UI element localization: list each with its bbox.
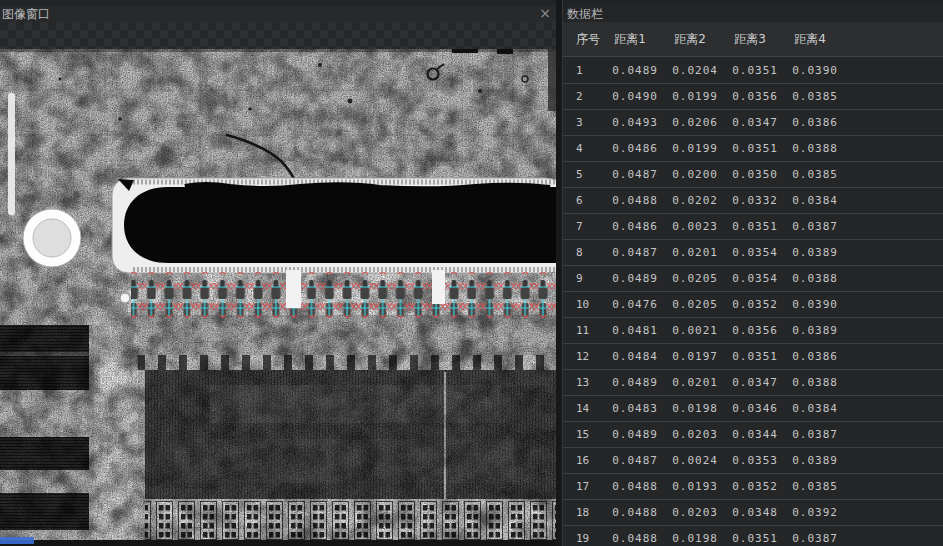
close-icon[interactable]: × xyxy=(538,5,552,21)
row-index-cell: 4 xyxy=(563,142,609,155)
row-index-cell: 12 xyxy=(563,350,609,363)
table-row[interactable]: 110.04810.00210.03560.0389 xyxy=(563,317,943,343)
table-row[interactable]: 80.04870.02010.03540.0389 xyxy=(563,239,943,265)
table-header-row: 序号距离1距离2距离3距离4 xyxy=(563,22,943,57)
distance-cell: 0.0481 xyxy=(609,324,658,337)
data-bar-panel: 数据栏 序号距离1距离2距离3距离4 10.04890.02040.03510.… xyxy=(562,0,943,546)
table-body: 10.04890.02040.03510.039020.04900.01990.… xyxy=(563,57,943,546)
distance-cell: 0.0351 xyxy=(718,350,778,363)
table-row[interactable]: 170.04880.01930.03520.0385 xyxy=(563,473,943,499)
row-index-cell: 3 xyxy=(563,116,609,129)
inspection-image xyxy=(0,49,556,546)
row-index-cell: 1 xyxy=(563,64,609,77)
distance-cell: 0.0199 xyxy=(658,142,718,155)
distance-cell: 0.0354 xyxy=(718,246,778,259)
distance-cell: 0.0024 xyxy=(658,454,718,467)
distance-cell: 0.0487 xyxy=(609,246,658,259)
distance-cell: 0.0386 xyxy=(778,350,838,363)
distance-cell: 0.0387 xyxy=(778,428,838,441)
distance-cell: 0.0198 xyxy=(658,402,718,415)
distance-cell: 0.0385 xyxy=(778,90,838,103)
column-header-distance4: 距离4 xyxy=(778,31,838,48)
distance-cell: 0.0332 xyxy=(718,194,778,207)
distance-cell: 0.0487 xyxy=(609,168,658,181)
table-row[interactable]: 120.04840.01970.03510.0386 xyxy=(563,343,943,369)
distance-cell: 0.0389 xyxy=(778,454,838,467)
row-index-cell: 18 xyxy=(563,506,609,519)
distance-cell: 0.0204 xyxy=(658,64,718,77)
distance-cell: 0.0488 xyxy=(609,480,658,493)
row-index-cell: 2 xyxy=(563,90,609,103)
distance-cell: 0.0488 xyxy=(609,532,658,545)
table-row[interactable]: 10.04890.02040.03510.0390 xyxy=(563,57,943,83)
distance-cell: 0.0489 xyxy=(609,64,658,77)
distance-cell: 0.0486 xyxy=(609,142,658,155)
table-row[interactable]: 130.04890.02010.03470.0388 xyxy=(563,369,943,395)
distance-cell: 0.0203 xyxy=(658,506,718,519)
column-header-distance2: 距离2 xyxy=(658,31,718,48)
distance-cell: 0.0385 xyxy=(778,480,838,493)
table-row[interactable]: 20.04900.01990.03560.0385 xyxy=(563,83,943,109)
distance-cell: 0.0388 xyxy=(778,272,838,285)
row-index-cell: 7 xyxy=(563,220,609,233)
table-row[interactable]: 140.04830.01980.03460.0384 xyxy=(563,395,943,421)
table-row[interactable]: 40.04860.01990.03510.0388 xyxy=(563,135,943,161)
distance-cell: 0.0206 xyxy=(658,116,718,129)
distance-cell: 0.0488 xyxy=(609,194,658,207)
distance-cell: 0.0488 xyxy=(609,506,658,519)
distance-cell: 0.0489 xyxy=(609,428,658,441)
row-index-cell: 10 xyxy=(563,298,609,311)
column-header-distance1: 距离1 xyxy=(609,31,658,48)
table-row[interactable]: 180.04880.02030.03480.0392 xyxy=(563,499,943,525)
table-row[interactable]: 160.04870.00240.03530.0389 xyxy=(563,447,943,473)
distance-cell: 0.0483 xyxy=(609,402,658,415)
row-index-cell: 14 xyxy=(563,402,609,415)
distance-cell: 0.0201 xyxy=(658,376,718,389)
distance-cell: 0.0193 xyxy=(658,480,718,493)
distance-cell: 0.0348 xyxy=(718,506,778,519)
table-row[interactable]: 50.04870.02000.03500.0385 xyxy=(563,161,943,187)
distance-cell: 0.0384 xyxy=(778,194,838,207)
distance-cell: 0.0388 xyxy=(778,376,838,389)
table-row[interactable]: 150.04890.02030.03440.0387 xyxy=(563,421,943,447)
distance-cell: 0.0346 xyxy=(718,402,778,415)
distance-cell: 0.0205 xyxy=(658,298,718,311)
data-bar-titlebar: 数据栏 xyxy=(563,6,943,22)
row-index-cell: 19 xyxy=(563,532,609,545)
distance-cell: 0.0351 xyxy=(718,220,778,233)
distance-cell: 0.0351 xyxy=(718,532,778,545)
distance-cell: 0.0021 xyxy=(658,324,718,337)
image-viewport[interactable] xyxy=(0,22,556,546)
distance-cell: 0.0385 xyxy=(778,168,838,181)
distance-cell: 0.0489 xyxy=(609,272,658,285)
row-index-cell: 11 xyxy=(563,324,609,337)
distance-cell: 0.0347 xyxy=(718,376,778,389)
data-bar-title: 数据栏 xyxy=(567,7,603,21)
measurement-app-window: 图像窗口 × xyxy=(0,0,943,546)
row-index-cell: 9 xyxy=(563,272,609,285)
row-index-cell: 16 xyxy=(563,454,609,467)
distance-cell: 0.0386 xyxy=(778,116,838,129)
distance-cell: 0.0476 xyxy=(609,298,658,311)
table-row[interactable]: 100.04760.02050.03520.0390 xyxy=(563,291,943,317)
row-index-cell: 6 xyxy=(563,194,609,207)
distance-cell: 0.0484 xyxy=(609,350,658,363)
table-row[interactable]: 70.04860.00230.03510.0387 xyxy=(563,213,943,239)
column-header-index: 序号 xyxy=(563,31,609,48)
distance-cell: 0.0489 xyxy=(609,376,658,389)
distance-cell: 0.0384 xyxy=(778,402,838,415)
distance-cell: 0.0203 xyxy=(658,428,718,441)
image-window-title: 图像窗口 xyxy=(2,7,50,21)
table-row[interactable]: 30.04930.02060.03470.0386 xyxy=(563,109,943,135)
row-index-cell: 15 xyxy=(563,428,609,441)
distance-cell: 0.0390 xyxy=(778,64,838,77)
distance-cell: 0.0197 xyxy=(658,350,718,363)
transparency-checkerboard xyxy=(0,22,556,49)
table-row[interactable]: 190.04880.01980.03510.0387 xyxy=(563,525,943,546)
table-row[interactable]: 60.04880.02020.03320.0384 xyxy=(563,187,943,213)
distance-cell: 0.0352 xyxy=(718,298,778,311)
table-row[interactable]: 90.04890.02050.03540.0388 xyxy=(563,265,943,291)
bottom-left-blue-tab xyxy=(0,537,34,544)
row-index-cell: 5 xyxy=(563,168,609,181)
image-window-titlebar: 图像窗口 × xyxy=(0,6,556,22)
